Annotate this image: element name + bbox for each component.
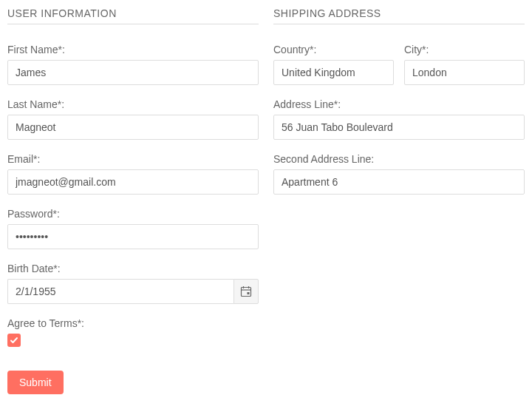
- submit-button[interactable]: Submit: [7, 371, 64, 394]
- svg-rect-0: [242, 288, 251, 297]
- last-name-label: Last Name*:: [7, 98, 259, 110]
- agree-terms-checkbox[interactable]: [7, 334, 21, 347]
- birth-date-input[interactable]: [7, 279, 233, 304]
- city-label: City*:: [404, 44, 525, 55]
- user-information-section: USER INFORMATION First Name*: Last Name*…: [7, 7, 259, 394]
- second-address-line-label: Second Address Line:: [273, 153, 525, 165]
- date-picker-button[interactable]: [233, 279, 259, 304]
- agree-terms-label: Agree to Terms*:: [7, 317, 259, 329]
- country-input[interactable]: [273, 60, 394, 85]
- user-information-header: USER INFORMATION: [7, 7, 259, 24]
- last-name-input[interactable]: [7, 115, 259, 140]
- svg-rect-4: [248, 292, 250, 294]
- password-input[interactable]: [7, 224, 259, 249]
- address-line-label: Address Line*:: [273, 98, 525, 110]
- email-input[interactable]: [7, 169, 259, 195]
- birth-date-label: Birth Date*:: [7, 263, 259, 274]
- password-label: Password*:: [7, 208, 259, 220]
- address-line-input[interactable]: [273, 115, 525, 140]
- city-input[interactable]: [404, 60, 525, 85]
- email-label: Email*:: [7, 153, 259, 165]
- calendar-icon: [240, 286, 252, 297]
- shipping-address-header: SHIPPING ADDRESS: [273, 7, 525, 24]
- country-label: Country*:: [273, 44, 394, 55]
- second-address-line-input[interactable]: [273, 169, 525, 195]
- first-name-label: First Name*:: [7, 44, 259, 55]
- shipping-address-section: SHIPPING ADDRESS Country*: City*: Addres…: [273, 7, 525, 394]
- first-name-input[interactable]: [7, 60, 259, 85]
- checkmark-icon: [10, 336, 18, 345]
